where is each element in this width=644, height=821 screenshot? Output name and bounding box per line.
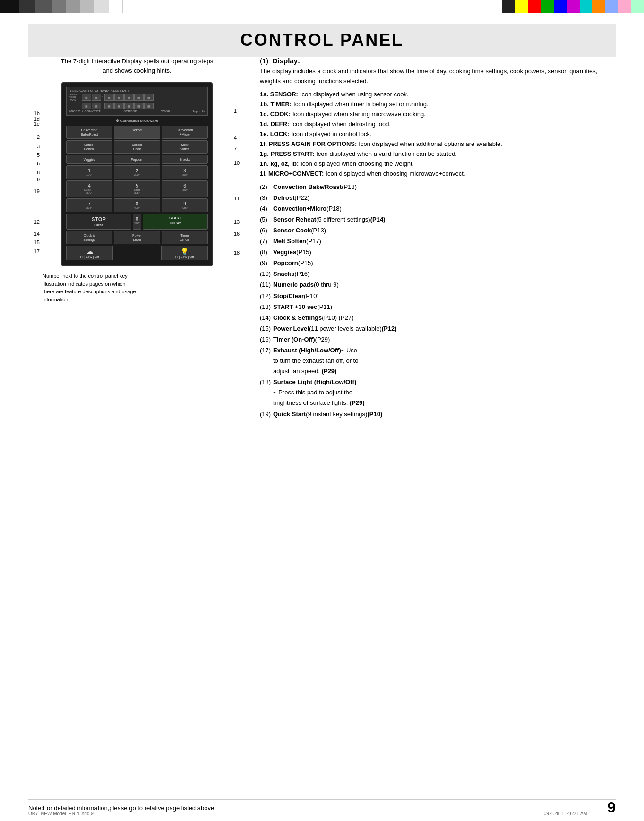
num-btn-9[interactable]: 9 425° xyxy=(162,198,208,212)
list-item: (12) Stop/Clear (P10) xyxy=(260,291,616,301)
display-icon-5: ▦ xyxy=(124,94,134,101)
caption: The 7-digit Interactive Display spells o… xyxy=(28,57,246,75)
num-btn-5[interactable]: 5 ← Start → 325° xyxy=(114,180,160,197)
display-icon-12: ▦ xyxy=(124,103,134,109)
btn-sensor-reheat[interactable]: Sensor Reheat xyxy=(66,140,112,154)
ann-2: 2 xyxy=(37,134,40,140)
btn-row-1: Convection Bake/Roast Defrost Convection… xyxy=(66,126,208,139)
color-block xyxy=(109,0,123,13)
btn-convection-bake[interactable]: Convection Bake/Roast xyxy=(66,126,112,139)
color-block xyxy=(554,0,567,13)
list-item: (15) Power Level (11 power levels availa… xyxy=(260,324,616,334)
list-item: (5) Sensor Reheat (5 different settings)… xyxy=(260,214,616,225)
exhaust-fan-control[interactable]: ☁ Hi | Low | Off xyxy=(66,246,113,260)
right-annotations: 1 4 7 10 11 13 16 18 xyxy=(232,82,246,266)
page-title-banner: CONTROL PANEL xyxy=(28,24,616,57)
btn-defrost[interactable]: Defrost xyxy=(114,126,160,139)
color-block xyxy=(94,0,109,13)
num-btn-8[interactable]: 8 400° xyxy=(114,198,160,212)
list-item: (17) Exhaust (High/Low/Off) ~ Use to tur… xyxy=(260,345,616,376)
btn-popcorn[interactable]: Popcorn xyxy=(114,155,160,164)
item-continuation: to turn the exhaust fan off, or to xyxy=(260,356,616,366)
btn-conv-micro[interactable]: Convection +Micro xyxy=(162,126,208,139)
num-btn-4[interactable]: 4 Quick → 300° xyxy=(66,180,112,197)
btn-row-stop: STOP Clear 0 450° START +30 Sec xyxy=(66,214,208,229)
list-item: (14) Clock & Settings (P10) (P27) xyxy=(260,313,616,323)
sub-1g: 1g. PRESS START: Icon displayed when a v… xyxy=(260,150,616,157)
display-icon-8: ▦ xyxy=(82,103,91,109)
btn-start[interactable]: START +30 Sec xyxy=(143,214,208,229)
ann-14: 14 xyxy=(34,231,40,237)
timer-defr-row: TIMER DEFR. LOCK ▦ ▦ - ▦ ▦ ▦ xyxy=(69,93,206,102)
page-number: 9 xyxy=(607,799,616,816)
sub-1e: 1e. LOCK: Icon displayed in control lock… xyxy=(260,130,616,137)
btn-power-level[interactable]: Power Level xyxy=(114,231,160,244)
num-btn-0[interactable]: 0 450° xyxy=(133,214,141,229)
ann-17: 17 xyxy=(34,248,40,254)
display-title: (1) Display: xyxy=(260,57,616,65)
display-icon-blocks: ▦ ▦ - ▦ ▦ ▦ ▦ ▦ xyxy=(82,94,154,101)
ann-9: 9 xyxy=(37,177,40,182)
color-block xyxy=(80,0,94,13)
display-icon-14: ▦ xyxy=(144,103,154,109)
ann-right-16: 16 xyxy=(234,231,240,237)
color-block xyxy=(35,0,52,13)
press-again-label: PRESS AGAIN FOR OPTIONS/ PRESS START xyxy=(69,89,129,92)
list-item: (4) Convection+Micro (P18) xyxy=(260,204,616,214)
convection-microwave-label: ⚙ Convection Microwave xyxy=(66,118,208,124)
display-icon-11: ▦ xyxy=(114,103,124,109)
color-block xyxy=(19,0,35,13)
list-item: (2) Convection Bake/Roast (P18) xyxy=(260,182,616,192)
surface-light-control[interactable]: 💡 Hi | Low | Off xyxy=(161,246,208,260)
timer-label: TIMER DEFR. LOCK xyxy=(69,93,80,102)
btn-veggies[interactable]: Veggies xyxy=(66,155,112,164)
color-block xyxy=(618,0,631,13)
btn-melt-soften[interactable]: Melt/ Soften xyxy=(162,140,208,154)
main-content: The 7-digit Interactive Display spells o… xyxy=(28,57,616,793)
list-item: (7) Melt Soften (P17) xyxy=(260,236,616,247)
color-block xyxy=(541,0,554,13)
list-item: (8) Veggies (P15) xyxy=(260,247,616,257)
ann-6: 6 xyxy=(37,161,40,166)
illustration-area: 1b 1d 1e 2 3 5 6 8 9 19 12 14 15 17 xyxy=(28,82,246,266)
footer-right: 09.4.28 11:46:21 AM xyxy=(544,811,587,816)
ann-1b: 1b xyxy=(34,111,40,116)
display-icon-3: ▦ xyxy=(104,94,114,101)
ann-right-13: 13 xyxy=(234,219,240,225)
ann-right-11: 11 xyxy=(234,196,240,201)
sensor-label: SENSOR xyxy=(123,110,137,113)
page-title: CONTROL PANEL xyxy=(43,30,601,50)
color-block xyxy=(52,0,66,13)
num-btn-1[interactable]: 1 100° xyxy=(66,165,112,179)
num-btn-2[interactable]: 2 200° xyxy=(114,165,160,179)
dot-separator-2: - xyxy=(102,103,104,109)
ann-15: 15 xyxy=(34,239,40,245)
num-btn-3[interactable]: 3 250° xyxy=(162,165,208,179)
display-section: (1) Display: The display includes a cloc… xyxy=(260,57,616,177)
num-btn-7[interactable]: 7 375° xyxy=(66,198,112,212)
btn-timer[interactable]: Timer On-Off xyxy=(162,231,208,244)
color-block xyxy=(502,0,515,13)
color-block xyxy=(567,0,579,13)
btn-stop-clear[interactable]: STOP Clear xyxy=(66,214,131,229)
color-block xyxy=(580,0,592,13)
list-item: (16) Timer (On-Off)(P29) xyxy=(260,334,616,345)
btn-snacks[interactable]: Snacks xyxy=(162,155,208,164)
ann-5: 5 xyxy=(37,152,40,158)
btn-row-fan-light: ☁ Hi | Low | Off 💡 Hi | Low | Off xyxy=(66,246,208,260)
left-panel: The 7-digit Interactive Display spells o… xyxy=(28,57,246,303)
list-item: (3) Defrost (P22) xyxy=(260,193,616,203)
num-btn-6[interactable]: 6 350° xyxy=(162,180,208,197)
btn-sensor-cook[interactable]: Sensor Cook xyxy=(114,140,160,154)
btn-row-2: Sensor Reheat Sensor Cook Melt/ Soften xyxy=(66,140,208,154)
display-area: PRESS AGAIN FOR OPTIONS/ PRESS START TIM… xyxy=(66,87,208,116)
below-note: Number next to the control panel key ill… xyxy=(43,272,180,303)
left-annotations: 1b 1d 1e 2 3 5 6 8 9 19 12 14 15 17 xyxy=(28,82,42,266)
sub-1h: 1h. kg, oz, lb: Icon displayed when choo… xyxy=(260,160,616,167)
btn-clock-settings[interactable]: Clock & Settings xyxy=(66,231,112,244)
ann-3: 3 xyxy=(37,144,40,149)
dot-separator: - xyxy=(102,94,104,101)
ann-12: 12 xyxy=(34,219,40,225)
lock-row: ▦ ▦ - ▦ ▦ ▦ ▦ ▦ xyxy=(69,103,206,109)
list-item: (19) Quick Start (9 instant key settings… xyxy=(260,409,616,419)
